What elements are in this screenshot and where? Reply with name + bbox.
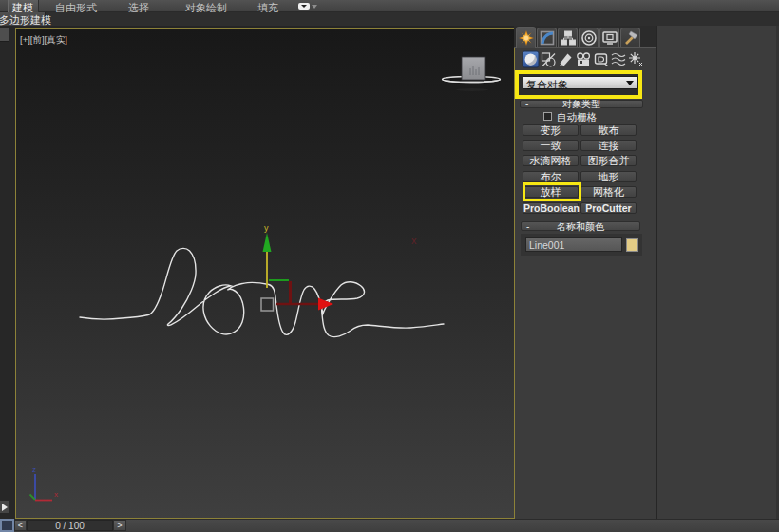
svg-text:y: y [264, 223, 269, 233]
svg-text:x: x [54, 490, 58, 499]
svg-text:z: z [32, 466, 36, 474]
svg-text:x: x [411, 235, 417, 246]
